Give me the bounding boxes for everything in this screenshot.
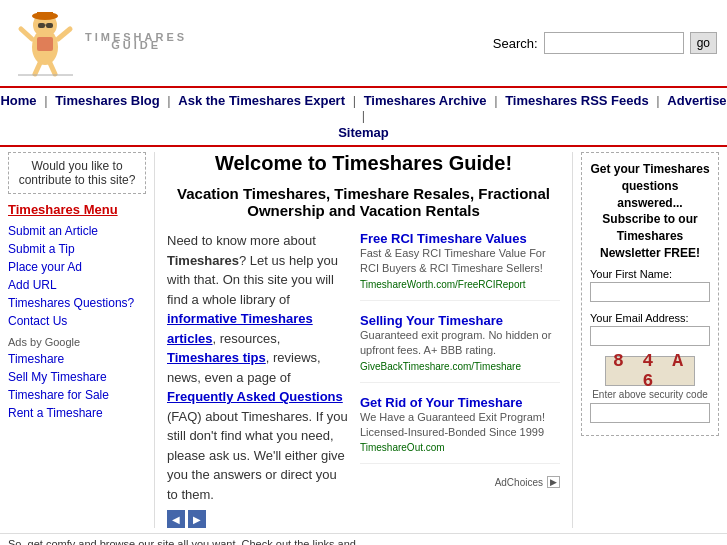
email-label: Your Email Address: (590, 312, 710, 324)
nav-home[interactable]: Home (0, 93, 36, 108)
nav-bar: Home | Timeshares Blog | Ask the Timesha… (0, 86, 727, 147)
ad-block-1: Free RCI Timeshare Values Fast & Easy RC… (360, 231, 560, 301)
nav-row1: Home | Timeshares Blog | Ask the Timesha… (0, 93, 727, 123)
footer-strip: So, get comfy and browse our site all yo… (0, 533, 727, 545)
page-subtitle: Vacation Timeshares, Timeshare Resales, … (167, 185, 560, 219)
svg-rect-3 (37, 12, 53, 19)
list-item: Rent a Timeshare (8, 405, 146, 420)
sidebar-links: Submit an Article Submit a Tip Place you… (8, 223, 146, 328)
list-item: Submit an Article (8, 223, 146, 238)
content-body: Need to know more about Timeshares? Let … (167, 231, 560, 528)
sidebar-submit-tip[interactable]: Submit a Tip (8, 242, 75, 256)
header: TIMESHARES GUIDE Search: go (0, 0, 727, 86)
nav-expert[interactable]: Ask the Timeshares Expert (178, 93, 345, 108)
sidebar-questions[interactable]: Timeshares Questions? (8, 296, 134, 310)
nav-sep1: | (44, 93, 47, 108)
ad-link-1[interactable]: Free RCI Timeshare Values (360, 231, 527, 246)
ads-label: Ads by Google (8, 336, 146, 348)
sidebar-submit-article[interactable]: Submit an Article (8, 224, 98, 238)
sidebar-contact-us[interactable]: Contact Us (8, 314, 67, 328)
svg-rect-4 (38, 23, 45, 28)
nav-sep6: | (362, 108, 365, 123)
first-name-label: Your First Name: (590, 268, 710, 280)
mascot-icon (10, 8, 80, 78)
logo-text: TIMESHARES GUIDE (85, 35, 187, 51)
ad-url-2: GiveBackTimeshare.com/Timeshare (360, 361, 560, 372)
ad-desc-3: We Have a Guaranteed Exit Program! Licen… (360, 410, 560, 441)
list-item: Timeshares Questions? (8, 295, 146, 310)
svg-line-7 (21, 29, 32, 39)
list-item: Timeshare for Sale (8, 387, 146, 402)
tips-link[interactable]: Timeshares tips (167, 350, 266, 365)
search-area: Search: go (493, 32, 717, 54)
nav-archive[interactable]: Timeshares Archive (364, 93, 487, 108)
svg-rect-5 (46, 23, 53, 28)
sidebar-ad-for-sale[interactable]: Timeshare for Sale (8, 388, 109, 402)
sidebar-place-ad[interactable]: Place your Ad (8, 260, 82, 274)
newsletter-box: Get your Timeshares questions answered..… (581, 152, 719, 436)
captcha-image: 8 4 A 6 (605, 356, 695, 386)
sidebar-ad-timeshare[interactable]: Timeshare (8, 352, 64, 366)
sidebar-ad-links: Timeshare Sell My Timeshare Timeshare fo… (8, 351, 146, 420)
list-item: Contact Us (8, 313, 146, 328)
adchoices-row: AdChoices ▶ (360, 476, 560, 488)
main-content: Welcome to Timeshares Guide! Vacation Ti… (155, 152, 572, 528)
list-item: Submit a Tip (8, 241, 146, 256)
captcha-input[interactable] (590, 403, 710, 423)
sidebar-menu-title: Timeshares Menu (8, 202, 146, 217)
contribute-box: Would you like to contribute to this sit… (8, 152, 146, 194)
list-item: Add URL (8, 277, 146, 292)
nav-row2: Sitemap document.querySelector('[data-na… (0, 125, 727, 140)
ad-desc-2: Guaranteed exit program. No hidden or up… (360, 328, 560, 359)
next-arrow[interactable]: ▶ (188, 510, 206, 528)
prev-arrow[interactable]: ◀ (167, 510, 185, 528)
adchoices-text: AdChoices (495, 477, 543, 488)
footer-text: So, get comfy and browse our site all yo… (8, 538, 356, 545)
nav-sep2: | (167, 93, 170, 108)
email-input[interactable] (590, 326, 710, 346)
captcha-area: 8 4 A 6 Enter above security code (590, 356, 710, 423)
first-name-input[interactable] (590, 282, 710, 302)
logo-area: TIMESHARES GUIDE (10, 8, 187, 78)
ad-link-3[interactable]: Get Rid of Your Timeshare (360, 395, 523, 410)
contribute-text: Would you like to contribute to this sit… (19, 159, 136, 187)
right-sidebar: Get your Timeshares questions answered..… (572, 152, 727, 528)
svg-line-9 (35, 63, 40, 74)
svg-rect-11 (37, 37, 53, 51)
left-sidebar: Would you like to contribute to this sit… (0, 152, 155, 528)
search-label: Search: (493, 36, 538, 51)
svg-line-10 (50, 63, 55, 74)
nav-sep3: | (353, 93, 356, 108)
sidebar-ad-sell[interactable]: Sell My Timeshare (8, 370, 107, 384)
ad-block-2: Selling Your Timeshare Guaranteed exit p… (360, 313, 560, 383)
timeshares-bold: Timeshares (167, 253, 239, 268)
nav-blog[interactable]: Timeshares Blog (55, 93, 160, 108)
list-item: Place your Ad (8, 259, 146, 274)
ad-url-3: TimeshareOut.com (360, 442, 560, 453)
search-button[interactable]: go (690, 32, 717, 54)
ad-desc-1: Fast & Easy RCI Timeshare Value For RCI … (360, 246, 560, 277)
list-item: Timeshare (8, 351, 146, 366)
sidebar-add-url[interactable]: Add URL (8, 278, 57, 292)
content-left: Need to know more about Timeshares? Let … (167, 231, 350, 528)
nav-rss[interactable]: Timeshares RSS Feeds (505, 93, 649, 108)
ad-url-1: TimeshareWorth.com/FreeRCIReport (360, 279, 560, 290)
captcha-label: Enter above security code (590, 389, 710, 400)
ad-link-2[interactable]: Selling Your Timeshare (360, 313, 503, 328)
page-title: Welcome to Timeshares Guide! (167, 152, 560, 175)
nav-advertise[interactable]: Advertise (667, 93, 726, 108)
faq-link[interactable]: Frequently Asked Questions (167, 389, 343, 404)
intro-paragraph: Need to know more about Timeshares? Let … (167, 231, 350, 504)
articles-link[interactable]: informative Timeshares articles (167, 311, 313, 346)
ad-block-3: Get Rid of Your Timeshare We Have a Guar… (360, 395, 560, 465)
adchoices-icon: ▶ (547, 476, 560, 488)
search-input[interactable] (544, 32, 684, 54)
nav-sep4: | (494, 93, 497, 108)
nav-sep5: | (656, 93, 659, 108)
main-layout: Would you like to contribute to this sit… (0, 147, 727, 533)
sidebar-ad-rent[interactable]: Rent a Timeshare (8, 406, 103, 420)
nav-sitemap[interactable]: Sitemap (338, 125, 389, 140)
logo-brand: TIMESHARES GUIDE (85, 31, 187, 51)
carousel-nav: ◀ ▶ (167, 510, 350, 528)
content-right-ads: Free RCI Timeshare Values Fast & Easy RC… (360, 231, 560, 528)
